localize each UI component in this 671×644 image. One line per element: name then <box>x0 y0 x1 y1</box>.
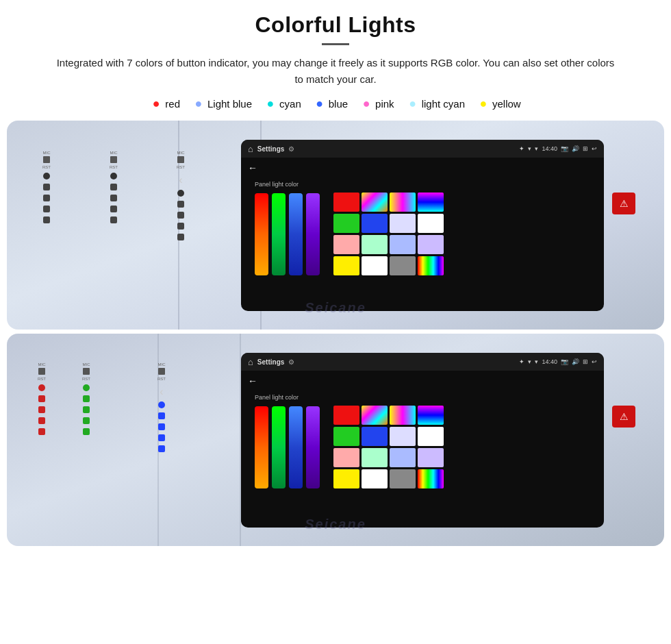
cell-2-rainbow[interactable] <box>418 469 444 488</box>
back-c2-1[interactable] <box>38 406 45 413</box>
fwd-btn-2[interactable] <box>110 216 117 223</box>
back-c2-2[interactable] <box>83 406 90 413</box>
page: Colorful Lights Integrated with 7 colors… <box>0 0 671 644</box>
cell-2-gradient-2[interactable] <box>390 406 416 425</box>
fwd-btn-3[interactable] <box>177 234 184 240</box>
home-btn-2[interactable] <box>110 184 117 190</box>
cell-2-gradient-3[interactable] <box>418 406 444 425</box>
power-btn-3[interactable] <box>177 190 184 197</box>
fwd-c2-3[interactable] <box>158 445 165 452</box>
status-bar-right-2: ✦ ▾ ▾ 14:40 📷 🔊 ⊞ ↩ <box>519 358 597 365</box>
rst-c2-3[interactable] <box>158 368 165 375</box>
fwd-c2-2[interactable] <box>83 428 90 435</box>
bar-red[interactable] <box>255 193 268 275</box>
cell-2-2[interactable] <box>333 427 359 446</box>
back-arrow-row-2: ← <box>241 371 604 391</box>
cell-gradient-top[interactable] <box>362 193 388 212</box>
cell-7[interactable] <box>362 235 388 254</box>
cell-2-12[interactable] <box>390 469 416 488</box>
cell-2-5[interactable] <box>418 427 444 446</box>
home-btn-1[interactable] <box>43 184 50 190</box>
cell-12[interactable] <box>390 256 416 275</box>
rst-btn-2[interactable] <box>110 156 117 163</box>
cell-2-9[interactable] <box>418 448 444 467</box>
fwd-btn-1[interactable] <box>43 216 50 223</box>
vol-btn-2[interactable] <box>110 206 117 212</box>
power-btn-1[interactable] <box>43 173 50 179</box>
back-c2-3[interactable] <box>158 423 165 430</box>
mic-label-2: MIC <box>110 151 118 155</box>
nav-arrow-c2-3[interactable]: ‹ <box>160 386 163 398</box>
vol-btn-1[interactable] <box>43 206 50 212</box>
cell-gradient-3[interactable] <box>418 193 444 212</box>
cell-9[interactable] <box>418 235 444 254</box>
rst-c2-1[interactable] <box>38 368 45 375</box>
cell-1[interactable] <box>333 193 359 212</box>
wifi-icon: ▾ <box>528 145 531 152</box>
cell-rainbow[interactable] <box>418 256 444 275</box>
back-btn-2[interactable] <box>110 195 117 201</box>
cell-2-1[interactable] <box>333 406 359 425</box>
cell-8[interactable] <box>390 235 416 254</box>
home-btn-3[interactable] <box>177 201 184 208</box>
back-icon[interactable]: ↩ <box>592 145 597 152</box>
vol-btn-3[interactable] <box>177 223 184 230</box>
rstl-c2-1: RST <box>38 377 46 381</box>
rst-btn-3[interactable] <box>177 156 184 163</box>
power-c2-3[interactable] <box>158 401 165 408</box>
back-arrow-btn-2[interactable]: ← <box>248 375 257 386</box>
cell-2-11[interactable] <box>362 469 388 488</box>
cell-3[interactable] <box>362 214 388 233</box>
cell-4[interactable] <box>390 214 416 233</box>
mic-c2-1: MIC <box>38 362 46 367</box>
main-screen-1: ⌂ Settings ⚙ ✦ ▾ ▾ 14:40 📷 🔊 ⊞ ↩ ← <box>241 140 604 311</box>
cell-6[interactable] <box>333 235 359 254</box>
cell-2-3[interactable] <box>362 427 388 446</box>
screen-content-2: Panel light color <box>241 391 604 528</box>
nav-arrow-3[interactable]: ‹ <box>179 174 182 186</box>
cell-gradient-2[interactable] <box>390 193 416 212</box>
cell-2-10[interactable] <box>333 469 359 488</box>
bar-red-2[interactable] <box>255 406 268 488</box>
bar-blue[interactable] <box>289 193 303 275</box>
home-c2-1[interactable] <box>38 395 45 402</box>
home-c2-2[interactable] <box>83 395 90 402</box>
vol-c2-3[interactable] <box>158 434 165 441</box>
fwd-c2-1[interactable] <box>38 428 45 435</box>
cell-2-gradient-top[interactable] <box>362 406 388 425</box>
cell-2[interactable] <box>333 214 359 233</box>
power-c2-2[interactable] <box>83 384 90 391</box>
settings-label: Settings <box>257 145 284 153</box>
power-btn-2[interactable] <box>110 173 117 179</box>
bar-purple-2[interactable] <box>306 406 320 488</box>
settings-icon-2: ⚙ <box>288 358 294 366</box>
bar-purple[interactable] <box>306 193 320 275</box>
cell-5[interactable] <box>418 214 444 233</box>
bar-green-2[interactable] <box>272 406 286 488</box>
bar-blue-2[interactable] <box>289 406 303 488</box>
label-pink: pink <box>375 98 394 110</box>
back-btn-1[interactable] <box>43 195 50 201</box>
vol-c2-2[interactable] <box>83 417 90 424</box>
back-arrow-btn[interactable]: ← <box>248 162 257 173</box>
cell-2-6[interactable] <box>333 448 359 467</box>
home-icon-screen-2[interactable]: ⌂ <box>248 357 253 367</box>
warning-btn-1[interactable]: ⚠ <box>612 193 635 214</box>
home-c2-3[interactable] <box>158 412 165 419</box>
cell-2-7[interactable] <box>362 448 388 467</box>
cell-2-4[interactable] <box>390 427 416 446</box>
back-btn-3[interactable] <box>177 212 184 219</box>
left-strip-3: MIC RST ‹ <box>177 151 185 240</box>
power-c2-1[interactable] <box>38 384 45 391</box>
bar-green[interactable] <box>272 193 286 275</box>
cell-10[interactable] <box>333 256 359 275</box>
back-icon-2[interactable]: ↩ <box>592 358 597 365</box>
rst-c2-2[interactable] <box>83 368 90 375</box>
vol-c2-1[interactable] <box>38 417 45 424</box>
bulb-red: ● <box>150 96 162 111</box>
cell-2-8[interactable] <box>390 448 416 467</box>
warning-btn-2[interactable]: ⚠ <box>612 406 635 428</box>
home-icon-screen[interactable]: ⌂ <box>248 144 253 154</box>
rst-btn-1[interactable] <box>43 156 50 163</box>
cell-11[interactable] <box>362 256 388 275</box>
